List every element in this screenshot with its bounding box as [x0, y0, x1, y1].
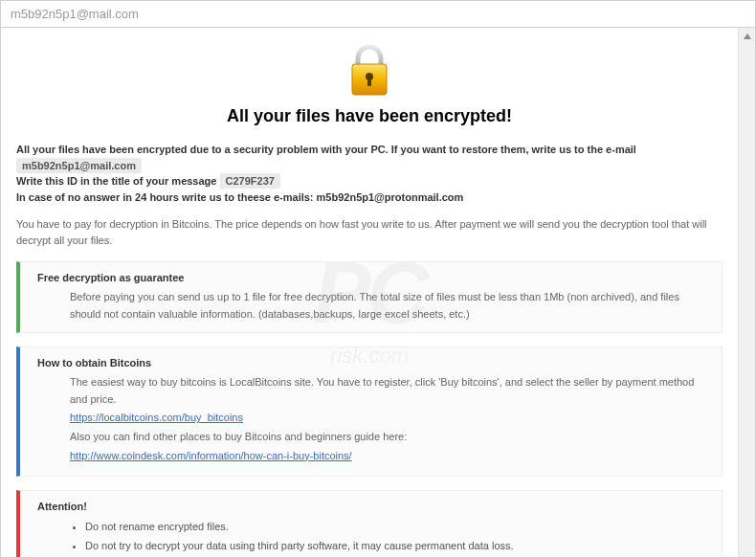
window: m5b92n5p1@mail.com PC risk.com: [0, 0, 756, 558]
bitcoins-line1: The easiest way to buy bitcoins is Local…: [70, 374, 710, 408]
guarantee-title: Free decryption as guarantee: [37, 272, 710, 283]
intro-line3-prefix: In case of no answer in 24 hours write u…: [16, 191, 317, 203]
intro-block: All your files have been encrypted due t…: [16, 142, 723, 205]
vertical-scrollbar[interactable]: [738, 28, 755, 557]
section-guarantee: Free decryption as guarantee Before payi…: [16, 261, 723, 333]
scroll-up-arrow[interactable]: [741, 32, 754, 45]
content-area: PC risk.com: [1, 28, 738, 557]
attention-item: Decryption of your files with the help o…: [85, 556, 710, 557]
attention-item: Do not rename encrypted files.: [85, 518, 710, 537]
window-title: m5b92n5p1@mail.com: [11, 7, 139, 21]
attention-item: Do not try to decrypt your data using th…: [85, 537, 710, 556]
message-id: C279F237: [220, 173, 280, 189]
bitcoins-title: How to obtain Bitcoins: [37, 357, 710, 368]
intro-line1-prefix: All your files have been encrypted due t…: [16, 144, 636, 155]
bitcoins-body: The easiest way to buy bitcoins is Local…: [37, 374, 710, 464]
bitcoins-line2: Also you can find other places to buy Bi…: [70, 429, 710, 446]
secondary-email: m5b92n5p1@protonmail.com: [317, 191, 464, 203]
bitcoins-link2[interactable]: http://www.coindesk.com/information/how-…: [70, 450, 352, 461]
bitcoins-link1[interactable]: https://localbitcoins.com/buy_bitcoins: [70, 412, 243, 423]
window-title-bar: m5b92n5p1@mail.com: [1, 1, 755, 28]
attention-list: Do not rename encrypted files. Do not tr…: [37, 518, 710, 557]
lock-icon: [345, 45, 393, 99]
attention-title: Attention!: [37, 501, 710, 512]
guarantee-body: Before paying you can send us up to 1 fi…: [37, 289, 710, 323]
content-wrapper: PC risk.com: [1, 28, 755, 557]
primary-email: m5b92n5p1@mail.com: [16, 158, 142, 173]
section-attention: Attention! Do not rename encrypted files…: [16, 490, 723, 557]
intro-line2-prefix: Write this ID in the title of your messa…: [16, 175, 220, 187]
svg-rect-2: [367, 78, 371, 86]
payment-note: You have to pay for decryption in Bitcoi…: [16, 216, 723, 248]
section-bitcoins: How to obtain Bitcoins The easiest way t…: [16, 346, 723, 477]
main-heading: All your files have been encrypted!: [16, 106, 723, 126]
